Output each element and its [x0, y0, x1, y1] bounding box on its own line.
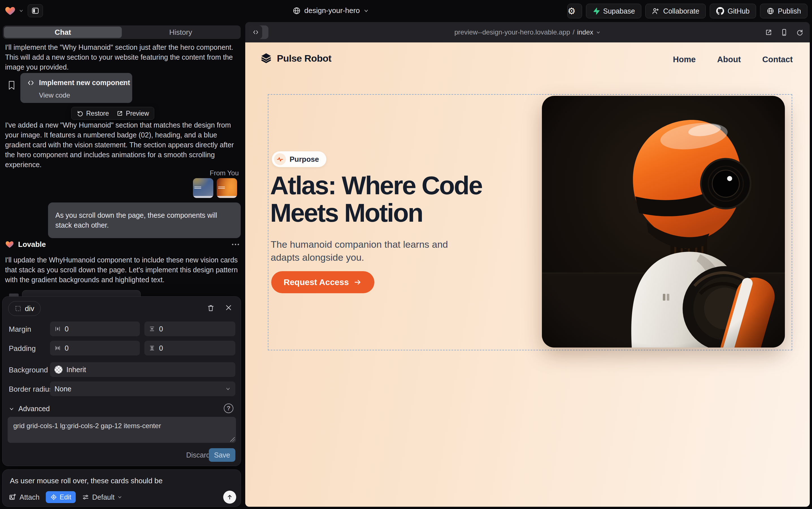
panel-toggle-icon	[31, 7, 39, 15]
chevron-down-icon	[363, 8, 369, 13]
margin-y-value: 0	[159, 325, 163, 333]
hero-section-selection[interactable]: Purpose Atlas: Where Code Meets Motion T…	[268, 94, 792, 350]
nav-contact[interactable]: Contact	[762, 55, 793, 64]
tab-chat[interactable]: Chat	[4, 27, 122, 38]
chevron-down-icon	[117, 495, 122, 500]
assistant-message: I'll update the WhyHumanoid component to…	[5, 255, 239, 285]
tab-history[interactable]: History	[122, 27, 239, 38]
padding-x-value: 0	[65, 344, 69, 352]
from-you-label: From You	[5, 169, 239, 177]
refresh-icon[interactable]	[796, 29, 804, 36]
background-input[interactable]: Inherit	[50, 362, 235, 377]
cta-label: Request Access	[284, 277, 349, 287]
open-in-new-tab-icon[interactable]	[765, 29, 772, 36]
margin-x-input[interactable]: 0	[50, 321, 140, 336]
sidebar-toggle-button[interactable]	[28, 4, 43, 17]
restore-icon	[77, 110, 83, 117]
padding-label: Padding	[9, 344, 36, 353]
app-window: design-your-hero ⚙ Supabase Collaborate	[0, 0, 812, 509]
supabase-icon	[592, 7, 600, 15]
code-icon	[27, 79, 34, 87]
chevron-down-icon	[225, 386, 231, 392]
chat-input[interactable]: As user mouse roll over, these cards sho…	[10, 476, 163, 485]
nav-about[interactable]: About	[717, 55, 741, 64]
chat-composer[interactable]: As user mouse roll over, these cards sho…	[2, 469, 241, 507]
top-bar: design-your-hero ⚙ Supabase Collaborate	[0, 0, 812, 22]
attach-button[interactable]: Attach	[9, 493, 40, 501]
nav-home[interactable]: Home	[673, 55, 696, 64]
border-radius-value: None	[54, 385, 72, 393]
attachment-thumbnail-orange[interactable]	[217, 178, 237, 198]
view-code-link[interactable]: View code	[39, 91, 70, 99]
chevron-right-icon	[121, 80, 127, 86]
margin-y-input[interactable]: 0	[144, 321, 235, 336]
hero-heading: Atlas: Where Code Meets Motion	[270, 172, 482, 227]
hero-heading-line1: Atlas: Where Code	[270, 172, 482, 199]
publish-button[interactable]: Publish	[760, 4, 808, 19]
margin-label: Margin	[9, 325, 31, 334]
composer-toolbar: Attach Edit Default	[9, 490, 236, 504]
element-tag-badge[interactable]: div	[8, 301, 41, 316]
edit-label: Edit	[60, 493, 71, 501]
collaborate-button[interactable]: Collaborate	[645, 4, 706, 19]
border-radius-label: Border radius	[9, 385, 53, 394]
assistant-message: I've added a new "Why Humanoid" section …	[5, 120, 239, 170]
gear-icon: ⚙	[567, 6, 576, 15]
github-button[interactable]: GitHub	[710, 4, 756, 19]
lovable-heart-icon	[5, 240, 14, 249]
lovable-home-button[interactable]	[4, 5, 24, 16]
attachment-thumbnail-blue[interactable]	[193, 178, 213, 198]
margin-x-value: 0	[65, 325, 69, 333]
border-radius-select[interactable]: None	[50, 381, 235, 396]
assistant-name: Lovable	[18, 240, 46, 249]
element-inspector-panel: div Margin 0 0 Padding 0	[2, 296, 241, 466]
preview-label: Preview	[126, 110, 149, 117]
assistant-header: Lovable	[5, 240, 239, 249]
arrow-right-icon	[354, 278, 362, 286]
hero-heading-line2: Meets Motion	[270, 199, 482, 227]
restore-button[interactable]: Restore	[77, 110, 109, 117]
save-button[interactable]: Save	[209, 448, 235, 462]
advanced-section-toggle[interactable]: Advanced	[9, 405, 50, 413]
site-brand[interactable]: Pulse Robot	[260, 52, 331, 65]
top-bar-actions: ⚙ Supabase Collaborate GitHub	[567, 4, 808, 19]
classes-input[interactable]: grid grid-cols-1 lg:grid-cols-2 gap-12 i…	[8, 417, 236, 443]
preview-path: index	[577, 28, 593, 36]
transparency-swatch-icon	[54, 366, 63, 374]
globe-icon	[767, 7, 774, 15]
close-icon[interactable]	[225, 304, 232, 311]
resize-handle[interactable]	[230, 437, 235, 442]
background-value: Inherit	[66, 366, 86, 374]
site-canvas: Pulse Robot Home About Contact Purpose A…	[245, 42, 810, 507]
dashed-square-icon	[15, 305, 22, 312]
brand-name: Pulse Robot	[277, 53, 331, 64]
preview-url: preview--design-your-hero.lovable.app	[454, 28, 570, 36]
request-access-button[interactable]: Request Access	[271, 271, 374, 293]
lovable-heart-icon	[4, 5, 16, 16]
delete-element-button[interactable]	[207, 304, 215, 312]
edit-mode-button[interactable]: Edit	[46, 491, 76, 503]
component-version-card[interactable]: Implement new component View code	[20, 73, 132, 103]
github-icon	[716, 7, 724, 15]
site-nav: Home About Contact	[673, 55, 793, 64]
send-button[interactable]	[223, 490, 236, 504]
robot-illustration	[542, 96, 785, 347]
help-icon[interactable]	[224, 404, 233, 413]
component-card-title: Implement new component	[39, 79, 130, 87]
chat-history-tabs: Chat History	[3, 26, 241, 39]
mobile-preview-icon[interactable]	[780, 29, 788, 36]
padding-y-input[interactable]: 0	[144, 341, 235, 355]
bookmark-icon[interactable]	[7, 80, 16, 90]
padding-x-input[interactable]: 0	[50, 341, 140, 355]
chat-mode-selector[interactable]: Default	[82, 493, 122, 501]
collaborate-icon	[652, 7, 660, 15]
github-label: GitHub	[728, 7, 749, 15]
settings-button[interactable]: ⚙	[567, 4, 582, 19]
margin-x-icon	[54, 326, 61, 332]
padding-y-value: 0	[159, 344, 163, 352]
more-options-icon[interactable]	[232, 244, 239, 245]
project-switcher[interactable]: design-your-hero	[292, 6, 369, 15]
supabase-button[interactable]: Supabase	[586, 4, 642, 19]
preview-url-bar[interactable]: preview--design-your-hero.lovable.app / …	[245, 22, 810, 42]
preview-version-button[interactable]: Preview	[116, 110, 149, 117]
